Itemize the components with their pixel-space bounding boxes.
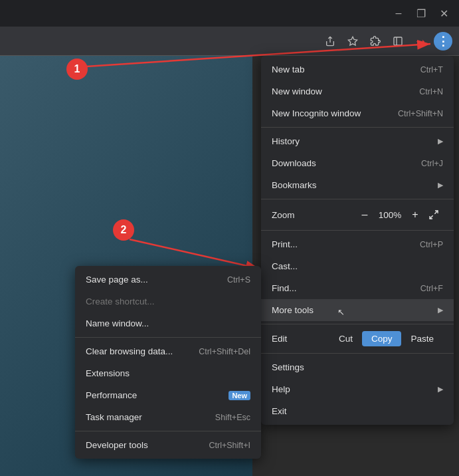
menu-item-settings-label: Settings	[272, 362, 304, 372]
submenu-item-task-manager[interactable]: Task manager Shift+Esc	[75, 406, 261, 428]
annotation-1: 1	[66, 59, 88, 80]
menu-item-new-window[interactable]: New window Ctrl+N	[261, 80, 454, 102]
bookmarks-arrow-icon: ▶	[438, 181, 443, 189]
minimize-button[interactable]: –	[389, 3, 409, 23]
separator-1	[261, 127, 454, 128]
submenu-task-manager-label: Task manager	[86, 412, 142, 422]
menu-item-print[interactable]: Print... Ctrl+P	[261, 233, 454, 255]
menu-item-incognito-label: New Incognito window	[272, 108, 361, 118]
menu-item-history[interactable]: History ▶	[261, 130, 454, 152]
menu-item-cast-label: Cast...	[272, 261, 298, 271]
submenu-performance-label: Performance	[86, 390, 137, 400]
sidebar-icon[interactable]	[389, 32, 407, 51]
paste-button[interactable]: Paste	[401, 331, 443, 346]
menu-item-new-tab-label: New tab	[272, 64, 305, 74]
extension-icon[interactable]	[366, 32, 385, 51]
menu-item-bookmarks-label: Bookmarks	[272, 180, 317, 190]
kebab-menu-button[interactable]: ⋮	[434, 32, 452, 51]
menu-item-new-window-shortcut: Ctrl+N	[419, 87, 443, 96]
submenu-item-devtools[interactable]: Developer tools Ctrl+Shift+I	[75, 434, 261, 456]
svg-rect-1	[394, 37, 402, 45]
menu-item-help[interactable]: Help ▶	[261, 378, 454, 400]
menu-item-exit-label: Exit	[272, 406, 287, 416]
svg-marker-0	[348, 37, 357, 45]
menu-item-downloads-label: Downloads	[272, 158, 316, 168]
menu-item-incognito-shortcut: Ctrl+Shift+N	[398, 109, 443, 118]
main-dropdown-menu: New tab Ctrl+T New window Ctrl+N New Inc…	[261, 56, 454, 425]
help-arrow-icon: ▶	[438, 385, 443, 394]
menu-item-bookmarks[interactable]: Bookmarks ▶	[261, 174, 454, 196]
menu-item-help-label: Help	[272, 384, 290, 394]
annotation-2: 2	[113, 219, 134, 241]
menu-item-cast[interactable]: Cast...	[261, 255, 454, 277]
menu-item-exit[interactable]: Exit	[261, 400, 454, 422]
maximize-button[interactable]: ❐	[411, 3, 431, 23]
copy-button[interactable]: Copy	[362, 331, 402, 346]
zoom-plus-button[interactable]: +	[406, 206, 424, 223]
menu-item-find-label: Find...	[272, 283, 297, 293]
menu-item-incognito[interactable]: New Incognito window Ctrl+Shift+N	[261, 102, 454, 124]
window-titlebar: – ❐ ✕	[0, 0, 459, 27]
edit-control-row: Edit Cut Copy Paste	[261, 327, 454, 350]
menu-item-find-shortcut: Ctrl+F	[420, 284, 443, 293]
submenu-save-page-label: Save page as...	[86, 275, 148, 285]
menu-item-new-window-label: New window	[272, 86, 322, 96]
zoom-label: Zoom	[272, 210, 355, 220]
submenu-item-clear-browsing[interactable]: Clear browsing data... Ctrl+Shift+Del	[75, 340, 261, 362]
menu-item-print-label: Print...	[272, 239, 298, 249]
menu-item-downloads-shortcut: Ctrl+J	[421, 159, 443, 168]
history-arrow-icon: ▶	[438, 137, 443, 146]
submenu-devtools-shortcut: Ctrl+Shift+I	[209, 441, 250, 450]
browser-toolbar: → ⋮	[0, 27, 459, 56]
submenu-name-window-label: Name window...	[86, 318, 149, 328]
zoom-fullscreen-button[interactable]	[424, 206, 443, 223]
separator-4	[261, 324, 454, 324]
menu-item-find[interactable]: Find... Ctrl+F	[261, 277, 454, 299]
submenu-separator-2	[75, 431, 261, 431]
close-button[interactable]: ✕	[434, 3, 454, 23]
more-tools-arrow-icon: ▶	[438, 306, 443, 314]
submenu-item-create-shortcut[interactable]: Create shortcut...	[75, 291, 261, 312]
more-tools-submenu: Save page as... Ctrl+S Create shortcut..…	[75, 266, 261, 459]
zoom-value: 100%	[374, 210, 406, 220]
forward-icon[interactable]: →	[411, 32, 430, 51]
submenu-separator-1	[75, 337, 261, 338]
menu-item-settings[interactable]: Settings	[261, 356, 454, 378]
zoom-control-row: Zoom – 100% +	[261, 202, 454, 227]
separator-2	[261, 199, 454, 199]
submenu-item-performance[interactable]: Performance New	[75, 384, 261, 406]
submenu-item-name-window[interactable]: Name window...	[75, 312, 261, 334]
submenu-clear-browsing-label: Clear browsing data...	[86, 346, 173, 356]
submenu-item-extensions[interactable]: Extensions	[75, 362, 261, 384]
submenu-create-shortcut-label: Create shortcut...	[86, 297, 155, 306]
svg-line-7	[434, 211, 438, 214]
new-badge: New	[229, 391, 250, 400]
share-icon[interactable]	[321, 32, 339, 51]
edit-label: Edit	[272, 334, 329, 344]
submenu-devtools-label: Developer tools	[86, 440, 148, 450]
menu-item-new-tab-shortcut: Ctrl+T	[420, 65, 443, 74]
svg-line-8	[430, 215, 433, 219]
submenu-item-save-page[interactable]: Save page as... Ctrl+S	[75, 269, 261, 291]
menu-item-more-tools-label: More tools	[272, 305, 314, 315]
submenu-clear-browsing-shortcut: Ctrl+Shift+Del	[199, 347, 250, 356]
menu-item-new-tab[interactable]: New tab Ctrl+T	[261, 59, 454, 80]
submenu-save-page-shortcut: Ctrl+S	[227, 275, 250, 285]
cut-button[interactable]: Cut	[329, 331, 362, 346]
menu-item-more-tools[interactable]: More tools ▶ ↖	[261, 299, 454, 321]
menu-item-downloads[interactable]: Downloads Ctrl+J	[261, 152, 454, 174]
submenu-extensions-label: Extensions	[86, 368, 130, 378]
zoom-minus-button[interactable]: –	[355, 206, 374, 223]
menu-item-print-shortcut: Ctrl+P	[420, 240, 443, 249]
bookmark-icon[interactable]	[343, 32, 362, 51]
separator-5	[261, 353, 454, 354]
separator-3	[261, 230, 454, 231]
submenu-task-manager-shortcut: Shift+Esc	[215, 413, 250, 422]
menu-item-history-label: History	[272, 136, 300, 146]
